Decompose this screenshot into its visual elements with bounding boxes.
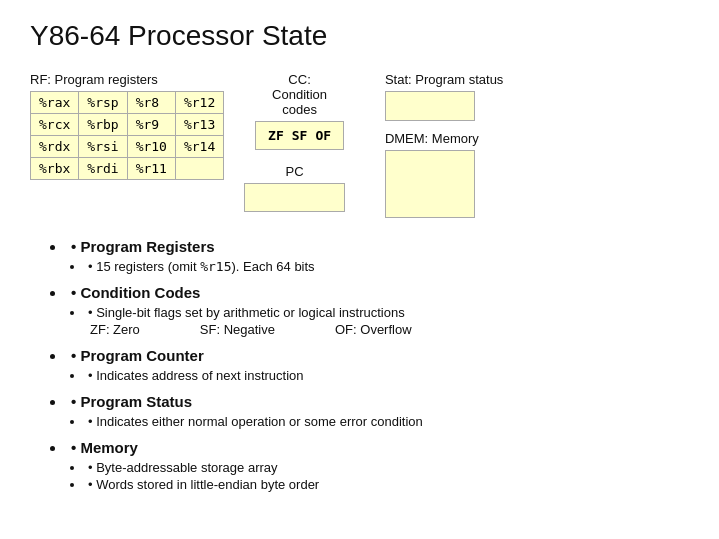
rf-cell: %rcx (31, 114, 79, 136)
page-title: Y86-64 Processor State (30, 20, 689, 52)
rf-cell: %rdx (31, 136, 79, 158)
main-bullet: • Condition Codes (50, 284, 689, 301)
rf-cell (175, 158, 223, 180)
rf-cell: %r9 (127, 114, 175, 136)
pc-section: PC (244, 164, 345, 212)
rf-cell: %r12 (175, 92, 223, 114)
stat-label: Stat: Program status (385, 72, 504, 87)
main-bullet: • Memory (50, 439, 689, 456)
dmem-rect (385, 150, 475, 218)
sub-bullet: • Indicates either normal operation or s… (70, 414, 689, 429)
main-bullet: • Program Registers (50, 238, 689, 255)
cc-zf: ZF (264, 126, 288, 145)
cc-label: CC:Conditioncodes (272, 72, 327, 117)
cc-flags: ZF SF OF (255, 121, 344, 150)
rf-box: RF: Program registers %rax%rsp%r8%r12%rc… (30, 72, 224, 180)
rf-cell: %r13 (175, 114, 223, 136)
rf-cell: %r10 (127, 136, 175, 158)
top-section: RF: Program registers %rax%rsp%r8%r12%rc… (30, 72, 689, 218)
dmem-label: DMEM: Memory (385, 131, 479, 146)
sub-bullet: • Byte-addressable storage array (70, 460, 689, 475)
cc-box: CC:Conditioncodes ZF SF OF (255, 72, 344, 158)
rf-cell: %rsi (79, 136, 127, 158)
pc-label: PC (244, 164, 345, 179)
rf-cell: %r11 (127, 158, 175, 180)
rf-cell: %r14 (175, 136, 223, 158)
rf-cell: %rbp (79, 114, 127, 136)
stat-dmem-box: Stat: Program status DMEM: Memory (385, 72, 504, 218)
cc-of: OF (311, 126, 335, 145)
stat-rect (385, 91, 475, 121)
rf-table: %rax%rsp%r8%r12%rcx%rbp%r9%r13%rdx%rsi%r… (30, 91, 224, 180)
main-bullet: • Program Status (50, 393, 689, 410)
pc-box (244, 183, 345, 212)
sub-bullet: • Single-bit flags set by arithmetic or … (70, 305, 689, 320)
rf-label: RF: Program registers (30, 72, 224, 87)
sub-bullet: • Indicates address of next instruction (70, 368, 689, 383)
cc-sf: SF (288, 126, 312, 145)
main-bullet: • Program Counter (50, 347, 689, 364)
inline-item: OF: Overflow (335, 322, 412, 337)
rf-cell: %r8 (127, 92, 175, 114)
rf-cell: %rbx (31, 158, 79, 180)
inline-item: SF: Negative (200, 322, 275, 337)
sub-bullet: • Words stored in little-endian byte ord… (70, 477, 689, 492)
rf-cell: %rdi (79, 158, 127, 180)
rf-cell: %rsp (79, 92, 127, 114)
sub-bullet: • 15 registers (omit %r15). Each 64 bits (70, 259, 689, 274)
content-section: • Program Registers• 15 registers (omit … (30, 238, 689, 492)
rf-cell: %rax (31, 92, 79, 114)
sub-bullet-inline: ZF: ZeroSF: NegativeOF: Overflow (90, 322, 689, 337)
cc-pc-col: CC:Conditioncodes ZF SF OF PC (244, 72, 345, 212)
inline-item: ZF: Zero (90, 322, 140, 337)
